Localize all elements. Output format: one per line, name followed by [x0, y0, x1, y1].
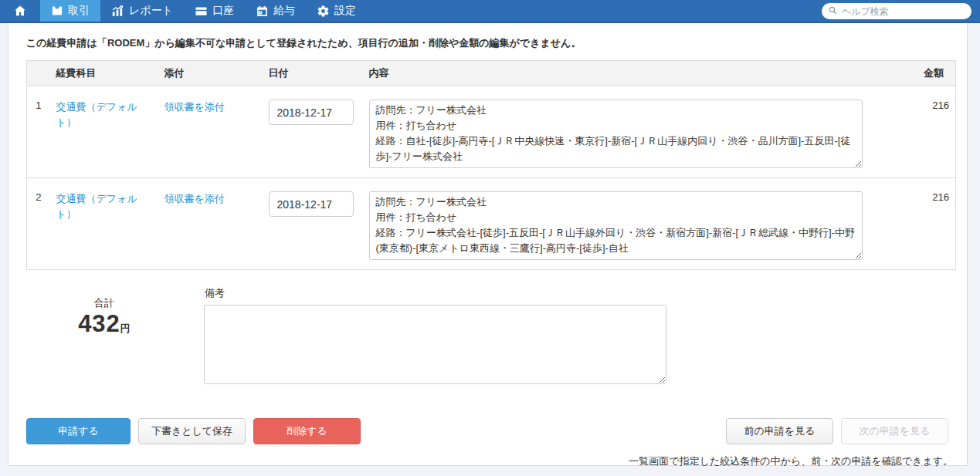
table-header-row: 経費科目 添付 日付 内容 金額 — [27, 61, 956, 86]
nav-tab-payroll[interactable]: 給与 — [245, 0, 306, 22]
amount-value: 216 — [861, 178, 956, 270]
nav-tab-label: レポート — [129, 4, 173, 18]
header-amount: 金額 — [861, 61, 956, 86]
search-input[interactable] — [838, 6, 965, 17]
prev-next-hint-text: 一覧画面で指定した絞込条件の中から、前・次の申請を確認できます。 — [26, 454, 955, 468]
delete-button[interactable]: 削除する — [253, 418, 361, 444]
prev-request-button[interactable]: 前の申請を見る — [726, 418, 833, 444]
expense-row-2: 2 交通費（デフォルト） 領収書を添付 訪問先：フリー株式会社 用件：打ち合わせ… — [27, 178, 956, 270]
header-category: 経費科目 — [50, 61, 158, 86]
nav-tab-label: 取引 — [68, 4, 90, 18]
attach-receipt-link[interactable]: 領収書を添付 — [164, 193, 225, 204]
home-icon — [13, 4, 27, 18]
expense-table: 経費科目 添付 日付 内容 金額 1 交通費（デフォルト） 領収書を添付 訪問先… — [26, 60, 956, 270]
total-value: 432円 — [26, 310, 182, 338]
total-label: 合計 — [26, 296, 182, 310]
next-request-button[interactable]: 次の申請を見る — [841, 418, 948, 444]
amount-value: 216 — [861, 86, 956, 178]
nav-tab-label: 設定 — [334, 4, 356, 18]
credit-card-icon — [195, 5, 208, 18]
row-index: 1 — [27, 86, 50, 178]
chart-icon — [111, 5, 124, 18]
save-draft-button[interactable]: 下書きとして保存 — [138, 418, 246, 444]
calendar-icon — [256, 5, 269, 18]
description-textarea[interactable]: 訪問先：フリー株式会社 用件：打ち合わせ 経路：フリー株式会社-[徒歩]-五反田… — [369, 191, 863, 260]
submit-button[interactable]: 申請する — [26, 418, 131, 444]
header-description: 内容 — [363, 61, 861, 86]
remarks-block: 備考 — [204, 286, 666, 387]
row-index: 2 — [27, 178, 50, 270]
readonly-notice: この経費申請は「RODEM」から編集不可な申請として登録されたため、項目行の追加… — [26, 36, 955, 50]
nav-tab-accounts[interactable]: 口座 — [184, 0, 245, 22]
remarks-textarea[interactable] — [204, 305, 666, 384]
total-block: 合計 432円 — [26, 286, 182, 387]
remarks-label: 備考 — [205, 286, 666, 300]
category-link[interactable]: 交通費（デフォルト） — [56, 100, 144, 130]
total-amount: 432 — [78, 310, 120, 337]
expense-request-card: この経費申請は「RODEM」から編集不可な申請として登録されたため、項目行の追加… — [8, 23, 968, 466]
category-link[interactable]: 交通費（デフォルト） — [56, 191, 144, 221]
action-button-row: 申請する 下書きとして保存 削除する 前の申請を見る 次の申請を見る — [26, 418, 955, 444]
nav-tab-transactions[interactable]: 取引 — [40, 0, 100, 22]
header-date: 日付 — [263, 61, 363, 86]
nav-home[interactable] — [0, 0, 40, 22]
nav-tab-settings[interactable]: 設定 — [306, 0, 367, 22]
inbox-icon — [51, 5, 63, 17]
date-input[interactable] — [269, 100, 354, 125]
total-currency: 円 — [120, 322, 131, 334]
expense-row-1: 1 交通費（デフォルト） 領収書を添付 訪問先：フリー株式会社 用件：打ち合わせ… — [27, 86, 956, 178]
search-icon — [828, 5, 838, 19]
date-input[interactable] — [269, 191, 354, 217]
nav-tab-label: 給与 — [273, 4, 295, 18]
gear-icon — [317, 5, 330, 18]
nav-tab-reports[interactable]: レポート — [100, 0, 184, 22]
top-navbar: 取引 レポート 口座 給与 設定 — [0, 0, 980, 23]
header-attachment: 添付 — [158, 61, 263, 86]
summary-section: 合計 432円 備考 — [26, 286, 955, 387]
help-search-box — [822, 3, 972, 19]
description-textarea[interactable]: 訪問先：フリー株式会社 用件：打ち合わせ 経路：自社-[徒歩]-高円寺-[ＪＲ中… — [369, 100, 863, 168]
header-index — [27, 61, 50, 86]
nav-tab-label: 口座 — [212, 4, 234, 18]
attach-receipt-link[interactable]: 領収書を添付 — [164, 101, 225, 113]
